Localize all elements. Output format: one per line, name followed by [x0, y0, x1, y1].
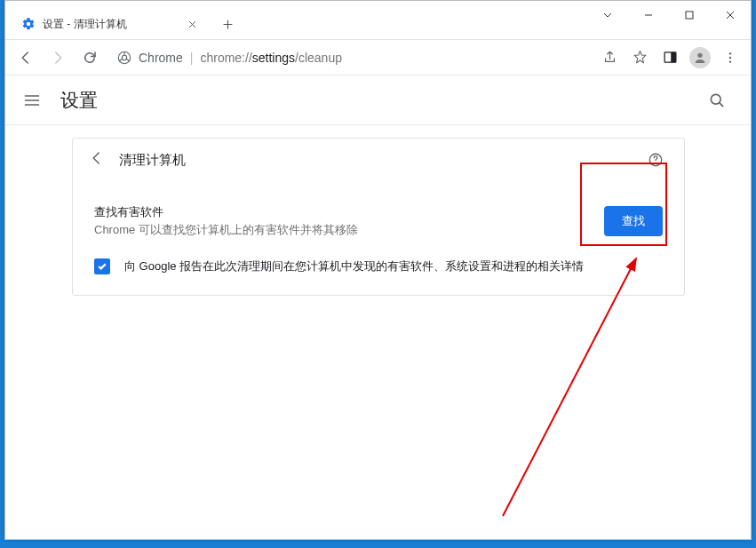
search-icon[interactable]	[701, 84, 733, 116]
avatar	[689, 47, 711, 68]
profile-button[interactable]	[687, 44, 713, 71]
find-harmful-title: 查找有害软件	[94, 204, 358, 220]
svg-line-12	[503, 258, 636, 516]
gear-icon	[21, 17, 36, 31]
browser-window: 设置 - 清理计算机	[4, 0, 752, 540]
find-harmful-row: 查找有害软件 Chrome 可以查找您计算机上的有害软件并将其移除 查找	[94, 181, 663, 258]
menu-button[interactable]	[717, 44, 744, 71]
side-panel-icon[interactable]	[657, 44, 683, 71]
new-tab-button[interactable]	[215, 12, 240, 36]
svg-point-8	[729, 60, 731, 62]
page-title: 设置	[60, 88, 98, 113]
toolbar-right	[596, 44, 744, 71]
share-icon[interactable]	[596, 44, 623, 71]
window-controls	[587, 1, 751, 29]
help-icon[interactable]	[643, 147, 668, 172]
svg-point-6	[729, 52, 731, 54]
tab-title: 设置 - 清理计算机	[43, 17, 185, 32]
hamburger-icon[interactable]	[23, 91, 41, 109]
svg-point-2	[122, 55, 126, 60]
forward-button[interactable]	[44, 44, 71, 71]
content: 清理计算机 查找有害软件 Chrome 可以查找您计算机上的有害软件并将其移除 …	[5, 125, 751, 539]
svg-rect-4	[671, 52, 676, 62]
bookmark-icon[interactable]	[626, 44, 653, 71]
reload-button[interactable]	[76, 44, 103, 71]
card-header: 清理计算机	[73, 139, 684, 181]
find-button[interactable]: 查找	[604, 206, 663, 236]
report-checkbox-row: 向 Google 报告在此次清理期间在您计算机中发现的有害软件、系统设置和进程的…	[94, 258, 663, 275]
back-arrow-button[interactable]	[89, 150, 105, 170]
svg-point-7	[729, 56, 731, 58]
report-checkbox-label: 向 Google 报告在此次清理期间在您计算机中发现的有害软件、系统设置和进程的…	[124, 258, 584, 275]
minimize-button[interactable]	[628, 1, 669, 29]
separator: |	[190, 51, 194, 65]
toolbar: Chrome | chrome://settings/cleanup	[5, 40, 751, 75]
card-header-title: 清理计算机	[119, 152, 186, 169]
chrome-icon	[117, 51, 131, 65]
settings-header: 设置	[5, 75, 751, 125]
url-text: chrome://settings/cleanup	[200, 51, 342, 65]
dropdown-icon[interactable]	[587, 1, 628, 29]
report-checkbox[interactable]	[94, 258, 110, 274]
svg-point-11	[655, 163, 657, 164]
maximize-button[interactable]	[669, 1, 710, 29]
svg-point-5	[697, 52, 702, 57]
origin-label: Chrome	[139, 51, 183, 65]
titlebar: 设置 - 清理计算机	[5, 1, 751, 40]
address-bar[interactable]: Chrome | chrome://settings/cleanup	[108, 44, 585, 71]
cleanup-card: 清理计算机 查找有害软件 Chrome 可以查找您计算机上的有害软件并将其移除 …	[72, 138, 685, 296]
back-button[interactable]	[12, 44, 39, 71]
close-icon[interactable]	[185, 17, 199, 31]
find-harmful-desc: Chrome 可以查找您计算机上的有害软件并将其移除	[94, 222, 358, 238]
browser-tab[interactable]: 设置 - 清理计算机	[12, 9, 208, 39]
svg-rect-0	[686, 12, 693, 19]
close-window-button[interactable]	[710, 1, 751, 29]
